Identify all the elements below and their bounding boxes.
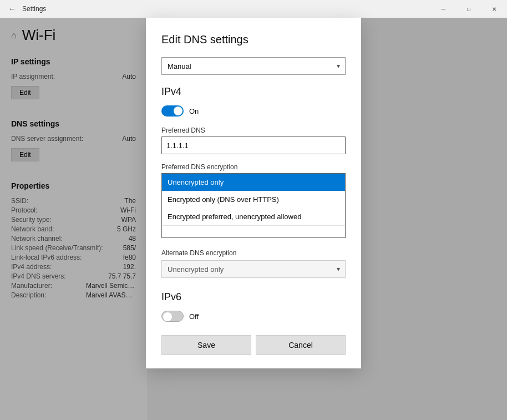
alt-dns-encryption-label: Alternate DNS encryption xyxy=(161,249,346,257)
ipv6-heading: IPv6 xyxy=(161,291,346,303)
mode-dropdown[interactable]: Automatic (DHCP) Manual xyxy=(161,57,346,75)
main-content: ⌂ Wi-Fi IP settings IP assignment: Auto … xyxy=(0,18,507,420)
titlebar-title: Settings xyxy=(22,5,46,13)
listbox-item-encrypted-preferred[interactable]: Encrypted preferred, unencrypted allowed xyxy=(162,208,345,225)
edit-dns-dialog: Edit DNS settings Automatic (DHCP) Manua… xyxy=(146,18,361,368)
ipv4-toggle-knob xyxy=(174,107,182,115)
maximize-icon: □ xyxy=(467,6,470,12)
minimize-button[interactable]: ─ xyxy=(430,0,456,18)
preferred-dns-label: Preferred DNS xyxy=(161,126,346,134)
save-button[interactable]: Save xyxy=(161,335,251,355)
ipv6-toggle[interactable] xyxy=(161,311,184,322)
ipv6-toggle-label: Off xyxy=(189,312,199,321)
preferred-encryption-label: Preferred DNS encryption xyxy=(161,163,346,171)
titlebar: ← Settings ─ □ ✕ xyxy=(0,0,507,18)
alt-dns-dropdown-wrapper: Unencrypted only ▾ xyxy=(161,260,346,278)
back-button[interactable]: ← xyxy=(4,1,20,17)
ipv6-section: IPv6 Off xyxy=(161,291,346,322)
encryption-listbox: Unencrypted only Encrypted only (DNS ove… xyxy=(161,173,346,238)
alt-dns-dropdown[interactable]: Unencrypted only xyxy=(161,260,346,278)
minimize-icon: ─ xyxy=(441,6,445,12)
preferred-dns-input[interactable] xyxy=(161,136,346,154)
cancel-button[interactable]: Cancel xyxy=(256,335,346,355)
ipv4-toggle-label: On xyxy=(189,107,199,115)
modal-overlay: Edit DNS settings Automatic (DHCP) Manua… xyxy=(0,18,507,420)
maximize-button[interactable]: □ xyxy=(456,0,481,18)
dialog-title: Edit DNS settings xyxy=(161,33,346,46)
alt-dns-section: Alternate DNS encryption Unencrypted onl… xyxy=(161,249,346,278)
ipv4-heading: IPv4 xyxy=(161,86,346,98)
ipv6-toggle-row: Off xyxy=(161,311,346,322)
back-icon: ← xyxy=(8,4,16,13)
dialog-buttons: Save Cancel xyxy=(161,335,346,355)
close-button[interactable]: ✕ xyxy=(481,0,507,18)
listbox-empty-row xyxy=(162,225,345,237)
ipv6-toggle-knob xyxy=(163,312,172,321)
preferred-dns-group: Preferred DNS xyxy=(161,126,346,154)
window-controls: ─ □ ✕ xyxy=(430,0,507,18)
mode-dropdown-wrapper: Automatic (DHCP) Manual ▾ xyxy=(161,57,346,75)
preferred-encryption-wrapper: Preferred DNS encryption Unencrypted onl… xyxy=(161,163,346,238)
ipv4-toggle-row: On xyxy=(161,105,346,117)
close-icon: ✕ xyxy=(492,6,496,12)
listbox-item-encrypted-only[interactable]: Encrypted only (DNS over HTTPS) xyxy=(162,191,345,208)
listbox-item-unencrypted[interactable]: Unencrypted only xyxy=(162,174,345,191)
ipv4-toggle[interactable] xyxy=(161,105,184,117)
